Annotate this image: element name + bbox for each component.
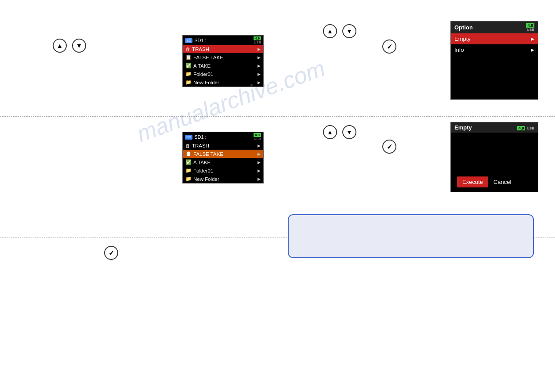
empty-title: Empty xyxy=(454,124,472,131)
folder01-left-1: 📁 Folder01 xyxy=(185,71,213,77)
trash-row-1[interactable]: 🗑 TRASH ▶ xyxy=(183,45,263,53)
sd-header-2: SD SD1 : 4.9 USB xyxy=(183,132,263,142)
new-folder-label-1: New Folder xyxy=(193,80,219,85)
option-screen: Option 4.8 USB Empty ▶ Info ▶ xyxy=(450,21,538,100)
sd-label-2: SD SD1 : xyxy=(185,134,207,140)
sd-screen-2: SD SD1 : 4.9 USB 🗑 TRASH ▶ 📋 FALSE TAKE … xyxy=(182,132,264,183)
option-header: Option 4.8 USB xyxy=(451,22,538,33)
blue-info-box xyxy=(288,214,534,258)
top-left-controls: ▲ ▼ xyxy=(53,39,86,53)
check-btn-bottom[interactable]: ✓ xyxy=(104,246,118,260)
folder01-row-2[interactable]: 📁 Folder01 ▶ xyxy=(183,166,263,175)
top-mid-controls: ▲ ▼ xyxy=(323,24,356,38)
false-take-left-2: 📋 FALSE TAKE xyxy=(185,151,223,157)
down-arrow-btn-mid[interactable]: ▼ xyxy=(342,125,356,139)
option-info-label: Info xyxy=(454,47,464,53)
option-empty-row[interactable]: Empty ▶ xyxy=(451,33,538,44)
empty-battery-area: 4.9 USB xyxy=(517,124,534,131)
trash-label-1: TRASH xyxy=(192,47,209,52)
option-battery-area: 4.8 USB xyxy=(526,23,534,32)
new-folder-row-2[interactable]: 📁 New Folder ▶ xyxy=(183,175,263,183)
sd-header-1: SD SD1 : 4.9 USB xyxy=(183,36,263,45)
trash-arrow-2: ▶ xyxy=(258,144,261,148)
cancel-button[interactable]: Cancel xyxy=(493,179,511,185)
option-info-arrow: ▶ xyxy=(531,47,534,52)
false-take-arrow-2: ▶ xyxy=(258,152,261,156)
new-folder-label-2: New Folder xyxy=(193,176,219,182)
a-take-arrow-1: ▶ xyxy=(258,64,261,68)
down-arrow-btn-left[interactable]: ▼ xyxy=(72,39,86,53)
up-arrow-btn-mid[interactable]: ▲ xyxy=(323,125,337,139)
battery-usb-2: 4.9 USB xyxy=(254,133,261,141)
trash-label-2: TRASH xyxy=(192,143,209,148)
usb-1: USB xyxy=(254,40,261,44)
option-empty-label: Empty xyxy=(454,36,471,42)
folder01-arrow-2: ▶ xyxy=(258,169,261,173)
option-title: Option xyxy=(454,24,473,31)
trash-left-2: 🗑 TRASH xyxy=(185,143,209,148)
false-take-icon-2: 📋 xyxy=(185,151,192,157)
sd-label-1: SD SD1 : xyxy=(185,38,207,43)
divider-top xyxy=(0,116,555,117)
new-folder-row-1[interactable]: 📁 New Folder ▶ xyxy=(183,78,263,86)
a-take-label-1: A TAKE xyxy=(193,63,210,68)
option-info-row[interactable]: Info ▶ xyxy=(451,44,538,55)
mid-controls: ▲ ▼ xyxy=(323,125,356,139)
trash-left-1: 🗑 TRASH xyxy=(185,47,209,52)
a-take-row-2[interactable]: ✅ A TAKE ▶ xyxy=(183,158,263,166)
folder01-icon-2: 📁 xyxy=(185,168,192,173)
folder01-row-1[interactable]: 📁 Folder01 ▶ xyxy=(183,70,263,78)
folder01-label-2: Folder01 xyxy=(193,168,213,173)
usb-2: USB xyxy=(254,137,261,141)
false-take-row-1[interactable]: 📋 FALSE TAKE ▶ xyxy=(183,53,263,61)
new-folder-arrow-2: ▶ xyxy=(258,177,261,181)
folder01-left-2: 📁 Folder01 xyxy=(185,168,213,173)
new-folder-arrow-1: ▶ xyxy=(258,80,261,85)
up-arrow-btn-mid-top[interactable]: ▲ xyxy=(323,24,337,38)
new-folder-left-1: 📁 New Folder xyxy=(185,79,219,85)
empty-header: Empty 4.9 USB xyxy=(451,122,538,133)
empty-battery: 4.9 xyxy=(517,126,526,130)
folder01-label-1: Folder01 xyxy=(193,72,213,77)
empty-usb: USB xyxy=(527,126,534,130)
a-take-icon-1: ✅ xyxy=(185,63,192,68)
option-usb: USB xyxy=(527,28,534,32)
false-take-label-1: FALSE TAKE xyxy=(193,55,223,60)
option-empty-arrow: ▶ xyxy=(531,36,534,41)
false-take-row-2[interactable]: 📋 FALSE TAKE ▶ xyxy=(183,150,263,158)
execute-button[interactable]: Execute xyxy=(457,176,488,187)
new-folder-icon-1: 📁 xyxy=(185,79,192,85)
trash-arrow-1: ▶ xyxy=(258,47,261,51)
new-folder-left-2: 📁 New Folder xyxy=(185,176,219,182)
a-take-row-1[interactable]: ✅ A TAKE ▶ xyxy=(183,61,263,70)
option-spacer xyxy=(451,55,538,99)
a-take-left-1: ✅ A TAKE xyxy=(185,63,210,68)
folder01-arrow-1: ▶ xyxy=(258,72,261,76)
a-take-arrow-2: ▶ xyxy=(258,160,261,165)
empty-screen: Empty 4.9 USB Execute Cancel xyxy=(450,122,538,192)
check-btn-top[interactable]: ✓ xyxy=(382,40,396,54)
battery-1: 4.9 xyxy=(254,36,261,40)
check-btn-mid[interactable]: ✓ xyxy=(382,140,396,154)
false-take-icon-1: 📋 xyxy=(185,54,192,60)
false-take-label-2: FALSE TAKE xyxy=(193,151,223,157)
new-folder-icon-2: 📁 xyxy=(185,176,192,182)
sd-title-1: SD1 : xyxy=(194,38,207,43)
trash-icon-2: 🗑 xyxy=(185,143,190,148)
folder01-icon-1: 📁 xyxy=(185,71,192,77)
a-take-icon-2: ✅ xyxy=(185,159,192,165)
sd-screen-1: SD SD1 : 4.9 USB 🗑 TRASH ▶ 📋 FALSE TAKE … xyxy=(182,35,264,87)
sd-icon-1: SD xyxy=(185,38,192,43)
sd-title-2: SD1 : xyxy=(194,134,207,140)
down-arrow-btn-mid-top[interactable]: ▼ xyxy=(342,24,356,38)
up-arrow-btn-left[interactable]: ▲ xyxy=(53,39,67,53)
empty-body xyxy=(451,133,538,172)
false-take-left-1: 📋 FALSE TAKE xyxy=(185,54,223,60)
trash-icon-1: 🗑 xyxy=(185,47,190,52)
a-take-label-2: A TAKE xyxy=(193,160,210,165)
empty-buttons: Execute Cancel xyxy=(451,172,538,192)
false-take-arrow-1: ▶ xyxy=(258,55,261,60)
sd-icon-2: SD xyxy=(185,135,192,140)
trash-row-2[interactable]: 🗑 TRASH ▶ xyxy=(183,142,263,150)
a-take-left-2: ✅ A TAKE xyxy=(185,159,210,165)
